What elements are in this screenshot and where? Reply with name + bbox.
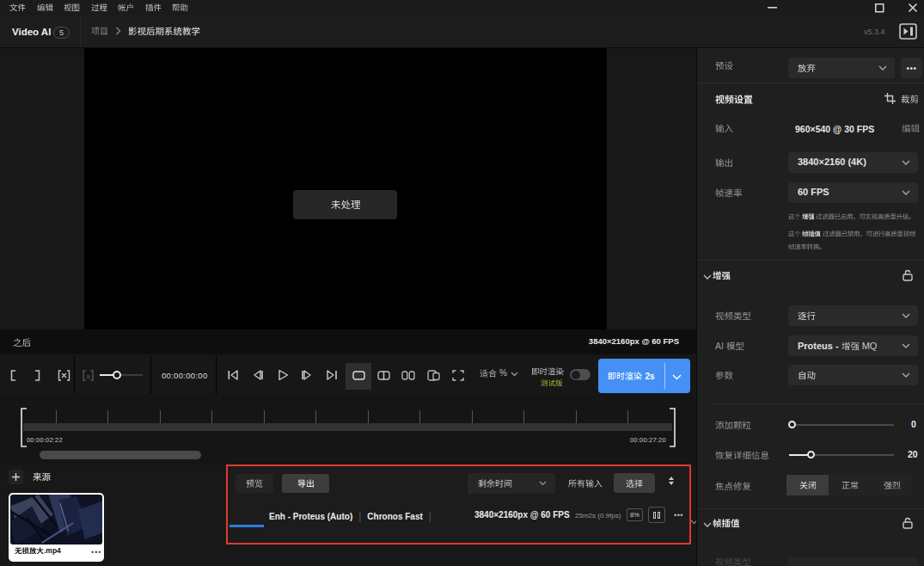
svg-text:a: a [86,372,90,380]
